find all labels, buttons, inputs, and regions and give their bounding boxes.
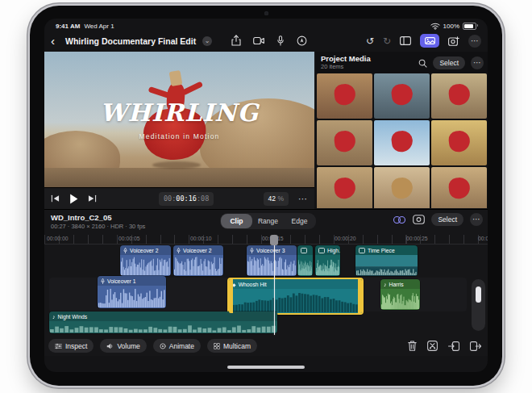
ipad-device: 9:41 AMWed Apr 1 100% ‹ Whirling Documen…	[30, 6, 502, 386]
record-video-icon[interactable]	[253, 36, 264, 45]
capture-icon[interactable]	[448, 36, 459, 46]
timeline-clip-info: 00:27 · 3840 × 2160 · HDR · 30 fps	[51, 223, 145, 230]
timeline-more-icon[interactable]: ⋯	[470, 213, 483, 226]
segment-clip[interactable]: Clip	[221, 214, 252, 228]
audio-waveform	[316, 259, 339, 275]
redo-icon[interactable]: ↻	[383, 35, 391, 48]
audio-waveform	[230, 291, 361, 312]
video-clip-icon	[318, 248, 325, 253]
append-icon[interactable]	[470, 341, 481, 351]
connect-clips-icon[interactable]	[393, 215, 406, 224]
media-thumb[interactable]	[374, 73, 430, 119]
audio-waveform	[381, 291, 419, 309]
multicam-button[interactable]: Multicam	[207, 339, 257, 353]
battery-icon	[463, 23, 476, 30]
audio-waveform	[174, 256, 222, 275]
clip-voiceover-2a[interactable]: Voiceover 2	[120, 245, 171, 276]
ruler-label: 00:00:10	[190, 236, 211, 241]
title-chevron-icon[interactable]: ⌄	[202, 36, 212, 46]
back-button[interactable]: ‹	[51, 33, 55, 49]
clip-voiceover-1[interactable]: Voiceover 1	[98, 276, 166, 308]
timeline-panel: WD_Intro_C2_05 00:27 · 3840 × 2160 · HDR…	[44, 209, 488, 356]
timeline-bottom-bar: Inspect Volume Animate Multicam	[44, 336, 488, 356]
audio-waveform	[121, 256, 170, 275]
clip-night-winds[interactable]: ♪Night Winds	[49, 311, 277, 333]
blade-icon[interactable]	[427, 341, 438, 351]
clip-voiceover-3[interactable]: Voiceover 3	[247, 245, 297, 276]
browser-layout-icon[interactable]	[400, 36, 411, 45]
media-thumb[interactable]	[317, 73, 372, 119]
share-icon[interactable]	[231, 35, 241, 46]
keyframe-icon	[160, 343, 166, 349]
viewer-zoom-control[interactable]: 42 %	[264, 192, 289, 206]
undo-icon[interactable]: ↺	[366, 35, 374, 48]
media-panel-icon-active[interactable]	[420, 34, 439, 48]
video-clip-icon	[301, 248, 307, 253]
viewer[interactable]: WHIRLING Meditation in Motion	[44, 52, 314, 187]
segment-edge[interactable]: Edge	[284, 214, 315, 228]
segment-range[interactable]: Range	[252, 214, 284, 228]
mic-icon	[101, 278, 105, 284]
overwrite-icon[interactable]	[448, 341, 459, 351]
ruler-label: 00:00:20	[335, 236, 355, 241]
timeline-select-button[interactable]: Select	[431, 213, 463, 226]
status-bar: 9:41 AMWed Apr 1 100%	[44, 20, 488, 31]
clip-time-piece[interactable]: Time Piece	[355, 245, 418, 276]
skip-back-icon[interactable]	[51, 194, 60, 203]
mic-icon	[177, 248, 181, 253]
microphone-icon[interactable]	[276, 36, 285, 46]
delete-icon[interactable]	[408, 341, 417, 351]
video-clip-icon	[359, 248, 365, 253]
media-thumb[interactable]	[374, 120, 430, 165]
clip-harris[interactable]: ♪Harris	[380, 279, 420, 310]
timecode-display[interactable]: 00:00:16:08	[159, 192, 214, 206]
timeline-ruler[interactable]: 00:00:00 00:00:05 00:00:10 00:00:15 00:0…	[44, 235, 488, 245]
media-thumb[interactable]	[431, 73, 487, 119]
music-note-icon: ♪	[52, 314, 56, 320]
project-media-count: 20 items	[321, 64, 418, 71]
viewer-more-icon[interactable]: ⋯	[298, 194, 308, 204]
timeline-clip-name: WD_Intro_C2_05	[51, 213, 112, 222]
media-thumb[interactable]	[431, 120, 487, 165]
media-more-icon[interactable]: ⋯	[471, 56, 484, 69]
mic-icon	[250, 248, 254, 253]
media-thumb[interactable]	[317, 120, 372, 165]
date: Wed Apr 1	[84, 23, 114, 30]
audio-waveform	[247, 256, 296, 275]
search-icon[interactable]	[418, 59, 427, 68]
sliders-icon	[55, 343, 62, 349]
media-thumb[interactable]	[374, 167, 430, 208]
media-thumb[interactable]	[317, 167, 372, 208]
audio-waveform	[356, 269, 417, 275]
jog-pointer-icon[interactable]	[297, 36, 307, 46]
timeline-jog-control[interactable]	[472, 279, 485, 331]
battery-percent: 100%	[443, 23, 459, 30]
media-thumb[interactable]	[431, 167, 487, 208]
clock: 9:41 AM	[56, 23, 80, 30]
clip-highlights[interactable]: High…	[315, 245, 340, 276]
playhead-line[interactable]	[274, 235, 275, 335]
clip-whoosh-hit-selected[interactable]: ◆Whoosh Hit	[227, 278, 364, 315]
media-select-button[interactable]: Select	[433, 56, 465, 69]
audio-waveform	[298, 259, 312, 275]
grid-icon	[214, 343, 220, 349]
media-grid	[317, 73, 487, 208]
play-button[interactable]	[69, 194, 78, 204]
clip-small-teal[interactable]	[297, 245, 313, 276]
clip-voiceover-2b[interactable]: Voiceover 2	[173, 245, 223, 276]
home-indicator[interactable]	[227, 366, 305, 369]
volume-button[interactable]: Volume	[100, 339, 146, 353]
inspect-button[interactable]: Inspect	[48, 339, 94, 353]
more-options-icon[interactable]: ⋯	[468, 35, 481, 48]
animate-button[interactable]: Animate	[153, 339, 201, 353]
app-toolbar: ‹ Whirling Documentary Final Edit ⌄ ↺	[44, 32, 488, 52]
speaker-icon	[106, 343, 114, 349]
selection-mode-segmented-control: Clip Range Edge	[220, 213, 316, 229]
front-camera	[264, 11, 268, 15]
playhead-handle[interactable]	[270, 235, 278, 245]
mic-icon	[123, 248, 127, 253]
transport-bar: 00:00:16:08 42 % ⋯	[44, 187, 314, 209]
music-note-icon: ♪	[384, 282, 387, 287]
skip-forward-icon[interactable]	[88, 194, 97, 203]
camera-record-icon[interactable]	[413, 215, 425, 224]
